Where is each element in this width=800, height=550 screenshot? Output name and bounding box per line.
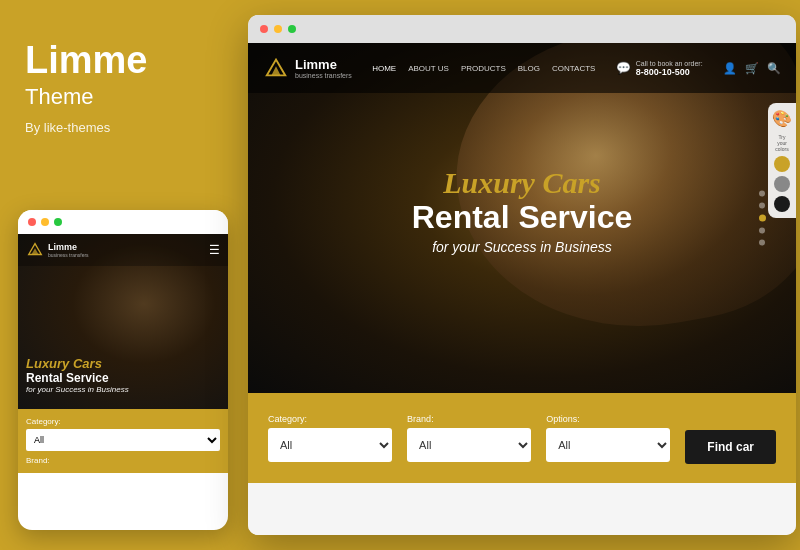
nav-link-blog[interactable]: BLOG [518, 64, 540, 73]
nav-link-contacts[interactable]: CONTACTS [552, 64, 595, 73]
try-colors-label: Try your colors [775, 134, 788, 152]
mobile-hero-line1: Luxury Cars [26, 356, 129, 371]
desktop-search-bar: Category: All Brand: All Options: All Fi… [248, 393, 796, 483]
phone-number: 8-800-10-500 [636, 67, 703, 77]
mobile-logo-name: Limme [48, 242, 89, 252]
slider-dot-3[interactable] [759, 215, 766, 222]
desktop-dot-yellow [274, 25, 282, 33]
mobile-nav: Limme business transfers ☰ [18, 234, 228, 266]
options-label: Options: [546, 414, 670, 424]
desktop-top-bar [248, 15, 796, 43]
hero-luxury-text: Luxury Cars [362, 166, 682, 200]
mobile-category-label: Category: [26, 417, 220, 426]
nav-link-home[interactable]: HOME [372, 64, 396, 73]
side-colors-widget[interactable]: 🎨 Try your colors [768, 103, 796, 218]
hamburger-icon[interactable]: ☰ [209, 243, 220, 257]
desktop-nav-logo: Limme business transfers [263, 55, 352, 81]
desktop-hero-content: Luxury Cars Rental Service for your Succ… [362, 166, 682, 255]
hero-success-text: for your Success in Business [362, 239, 682, 255]
brand-select[interactable]: All [407, 428, 531, 462]
user-icon[interactable]: 👤 [723, 62, 737, 75]
mobile-search-panel: Category: All Brand: [18, 409, 228, 473]
brand-label: Brand: [407, 414, 531, 424]
slider-dots [759, 191, 766, 246]
color-wheel-icon: 🎨 [772, 109, 792, 128]
phone-icon: 💬 [616, 61, 631, 75]
mobile-hero-line3: for your Success in Business [26, 385, 129, 394]
mobile-category-select[interactable]: All [26, 429, 220, 451]
nav-icons: 👤 🛒 🔍 [723, 62, 781, 75]
theme-title: Limme Theme [25, 40, 215, 110]
desktop-nav-links: HOME ABOUT US PRODUCTS BLOG CONTACTS [372, 64, 595, 73]
mobile-top-bar [18, 210, 228, 234]
desktop-dot-green [288, 25, 296, 33]
nav-link-about[interactable]: ABOUT US [408, 64, 449, 73]
swatch-gray[interactable] [774, 176, 790, 192]
category-select[interactable]: All [268, 428, 392, 462]
nav-link-products[interactable]: PRODUCTS [461, 64, 506, 73]
mobile-logo: Limme business transfers [26, 241, 89, 259]
desktop-logo-name: Limme [295, 57, 352, 72]
desktop-logo-icon [263, 55, 289, 81]
mobile-hero-line2: Rental Service [26, 371, 129, 385]
theme-author: By like-themes [25, 120, 215, 135]
slider-dot-1[interactable] [759, 191, 765, 197]
desktop-nav: Limme business transfers HOME ABOUT US P… [248, 43, 796, 93]
desktop-dot-red [260, 25, 268, 33]
search-icon[interactable]: 🔍 [767, 62, 781, 75]
title-line1: Limme [25, 40, 215, 82]
brand-group: Brand: All [407, 414, 531, 462]
mobile-brand-label: Brand: [26, 456, 220, 465]
desktop-hero: Limme business transfers HOME ABOUT US P… [248, 43, 796, 393]
find-car-button[interactable]: Find car [685, 430, 776, 464]
slider-dot-5[interactable] [759, 240, 765, 246]
options-group: Options: All [546, 414, 670, 462]
mobile-hero-content: Luxury Cars Rental Service for your Succ… [26, 356, 129, 394]
options-select[interactable]: All [546, 428, 670, 462]
slider-dot-4[interactable] [759, 228, 765, 234]
desktop-logo-sub: business transfers [295, 72, 352, 79]
mobile-dot-red [28, 218, 36, 226]
mobile-dot-green [54, 218, 62, 226]
svg-marker-3 [271, 66, 280, 75]
swatch-gold[interactable] [774, 156, 790, 172]
mobile-dot-yellow [41, 218, 49, 226]
desktop-mockup: Limme business transfers HOME ABOUT US P… [248, 15, 796, 535]
slider-dot-2[interactable] [759, 203, 765, 209]
mobile-hero: Limme business transfers ☰ Luxury Cars R… [18, 234, 228, 409]
mobile-logo-icon [26, 241, 44, 259]
mobile-mockup: Limme business transfers ☰ Luxury Cars R… [18, 210, 228, 530]
hero-rental-text: Rental Service [362, 200, 682, 235]
category-label: Category: [268, 414, 392, 424]
left-panel: Limme Theme By like-themes Limme busines [0, 0, 240, 550]
desktop-bottom [248, 483, 796, 535]
title-line2: Theme [25, 84, 215, 110]
phone-label: Call to book an order: [636, 60, 703, 67]
desktop-nav-phone: 💬 Call to book an order: 8-800-10-500 [616, 60, 703, 77]
mobile-logo-sub: business transfers [48, 252, 89, 258]
swatch-dark[interactable] [774, 196, 790, 212]
cart-icon[interactable]: 🛒 [745, 62, 759, 75]
category-group: Category: All [268, 414, 392, 462]
